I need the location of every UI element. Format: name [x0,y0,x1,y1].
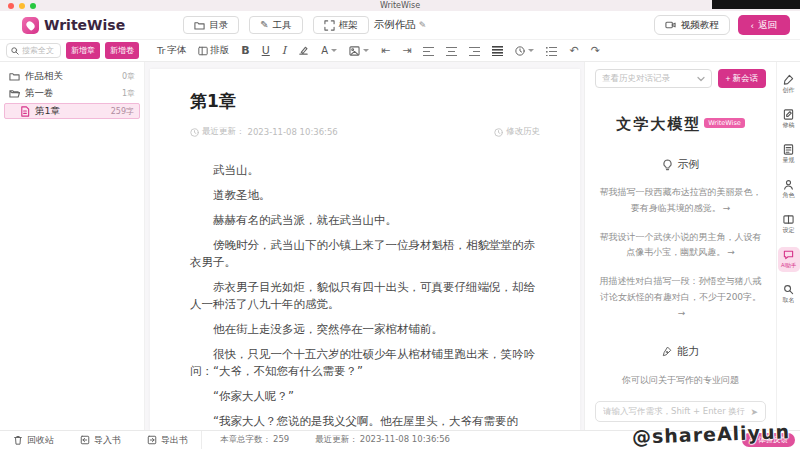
sidebar-item-chapter1[interactable]: 第1章 259字 [4,103,140,119]
arrow-right-icon: → [678,308,686,318]
add-volume-button[interactable]: 新增卷 [105,42,139,59]
import-book-button[interactable]: 导入书 [67,431,134,449]
editor-page[interactable]: 第1章 最近更新：2023-11-08 10:36:56 修改历史 武当山。 道… [150,69,580,430]
example-prompt[interactable]: 帮我设计一个武侠小说的男主角，人设有点像韦小宝，幽默风趣。→ [597,230,764,262]
brand-name: WriteWise [44,17,125,33]
new-session-button[interactable]: + 新会话 [718,69,766,88]
underline-button[interactable]: U [262,44,270,57]
paragraph[interactable]: 赤衣男子目光如炬，貌似只有四十出头，可真要仔细端倪，却给人一种活了八九十年的感觉… [190,279,540,313]
doc-edit-icon [783,109,794,120]
rail-item-ai-assistant[interactable]: AI助手 [778,247,800,272]
app-logo: WriteWise [22,17,125,34]
chevron-down-icon [528,49,534,52]
pen-nib-icon [662,346,672,357]
video-tutorial-button[interactable]: 视频教程 [654,15,730,35]
paragraph[interactable]: “我家大人？您说的是我义父啊。他在屋里头，大爷有需要的话，我这就去把他叫来。” [190,413,540,430]
window-title: WriteWise [0,1,800,10]
paragraph[interactable]: 很快，只见一个十五六岁的壮硕少年从棺材铺里跑出来，笑吟吟问：“大爷，不知您有什么… [190,346,540,380]
catalog-button[interactable]: 目录 [183,16,239,34]
rail-item-create[interactable]: 创作 [778,72,800,97]
list-button[interactable] [546,46,557,56]
chapter-title: 第1章 [190,90,540,113]
rail-item-character[interactable]: 角色 [778,177,800,202]
font-color-button[interactable]: A [321,45,337,56]
recycle-bin-button[interactable]: 回收站 [0,431,67,449]
search-icon [11,47,19,55]
chat-bubble-icon [783,249,794,260]
toolbar-row: 搜索全文 新增章 新增卷 Tr字体 排版 B U I A ⇤ ⇥ [0,40,800,62]
highlighter-icon [298,45,309,56]
redo-button[interactable]: ↷ [591,45,600,56]
bold-button[interactable]: B [241,44,249,57]
chapter-stats: 本章总字数：259 最近更新：2023-11-08 10:36:56 [201,431,450,449]
book-icon [783,214,794,225]
capability-line: 你可以问关于写作的专业问题 [595,374,766,387]
align-center-button[interactable] [446,46,457,56]
header-actions: 视频教程 ‹ 返回 [654,15,790,35]
window-titlebar: WriteWise [0,0,800,11]
chevron-down-icon [331,49,337,52]
search-input[interactable]: 搜索全文 [6,43,61,58]
rail-item-revise[interactable]: 修稿 [778,107,800,132]
align-right-button[interactable] [469,46,480,56]
sidebar-item-related[interactable]: 作品相关 0章 [0,68,144,85]
rail-item-naming[interactable]: 取名 [778,282,800,307]
history-dropdown[interactable]: 查看历史对话记录 [595,69,712,88]
paragraph[interactable]: 傍晚时分，武当山下的小镇上来了一位身材魁梧，相貌堂堂的赤衣男子。 [190,237,540,271]
video-camera-icon [665,20,676,30]
indent-button[interactable]: ⇥ [402,45,411,56]
example-prompt[interactable]: 帮我描写一段西藏布达拉宫的美丽景色，要有身临其境的感觉。→ [597,185,764,217]
model-badge: WriteWise [704,118,745,128]
clock-icon [515,46,525,56]
revision-history-link[interactable]: 修改历史 [494,126,540,138]
sidebar-item-volume1[interactable]: 第一卷 1章 [0,85,144,102]
back-button[interactable]: ‹ 返回 [738,15,790,35]
layout-tool[interactable]: 排版 [198,44,229,57]
framework-button[interactable]: 框架 [313,16,369,34]
screen-notch [712,0,800,9]
last-updated: 最近更新：2023-11-08 10:36:56 [190,126,338,138]
app-header: WriteWise 目录 ✎ 工具 框架 示例作品✎ 视频教程 [0,11,800,40]
highlighter-button[interactable] [298,45,309,56]
assistant-input[interactable]: 请输入写作需求，Shift + Enter 换行 ➤ [595,401,766,422]
folder-open-icon [9,88,20,99]
edit-title-icon[interactable]: ✎ [419,20,427,30]
person-icon [783,179,794,190]
chevron-left-icon: ‹ [751,20,754,31]
paragraph[interactable]: 赫赫有名的武当派，就在武当山中。 [190,212,540,229]
frame-icon [324,20,335,31]
tools-button[interactable]: ✎ 工具 [249,16,302,34]
clock-icon [190,128,199,137]
font-tool[interactable]: Tr字体 [157,44,186,57]
examples-header: 示例 [595,157,766,172]
model-title: 文学大模型WriteWise [595,115,766,134]
lightbulb-icon [662,159,673,171]
align-justify-button[interactable] [492,46,503,56]
last-updated-status: 最近更新：2023-11-08 10:36:56 [315,434,450,446]
paragraph[interactable]: 武当山。 [190,162,540,179]
example-prompt[interactable]: 用描述性对白描写一段：孙悟空与猪八戒讨论女妖怪的有趣对白，不少于200字。→ [597,274,764,321]
paragraph[interactable]: 他在街上走没多远，突然停在一家棺材铺前。 [190,321,540,338]
trash-icon [13,435,23,445]
folder-icon [9,71,20,82]
history-time-button[interactable] [515,46,534,56]
word-count: 本章总字数：259 [220,434,289,446]
export-book-button[interactable]: 导出书 [134,431,201,449]
undo-button[interactable]: ↶ [569,45,578,56]
insert-image-button[interactable] [349,46,369,56]
doc-lines-icon [783,144,794,155]
assistant-toolbar: 查看历史对话记录 + 新会话 [595,69,766,88]
paragraph[interactable]: “你家大人呢？” [190,388,540,405]
align-left-button[interactable] [423,46,434,56]
send-icon[interactable]: ➤ [750,407,758,417]
paragraph[interactable]: 道教圣地。 [190,187,540,204]
add-chapter-button[interactable]: 新增章 [66,42,100,59]
writewise-app: WriteWise WriteWise 目录 ✎ 工具 框架 示例作品✎ [0,0,800,449]
sidebar-toolbar: 搜索全文 新增章 新增卷 [0,42,145,59]
outdent-button[interactable]: ⇤ [381,45,390,56]
rail-item-setting[interactable]: 设定 [778,212,800,237]
feature-rail: 创作 修稿 量规 角色 设定 AI助手 [776,62,800,430]
chevron-down-icon [697,76,705,82]
italic-button[interactable]: I [282,44,286,57]
rail-item-outline[interactable]: 量规 [778,142,800,167]
